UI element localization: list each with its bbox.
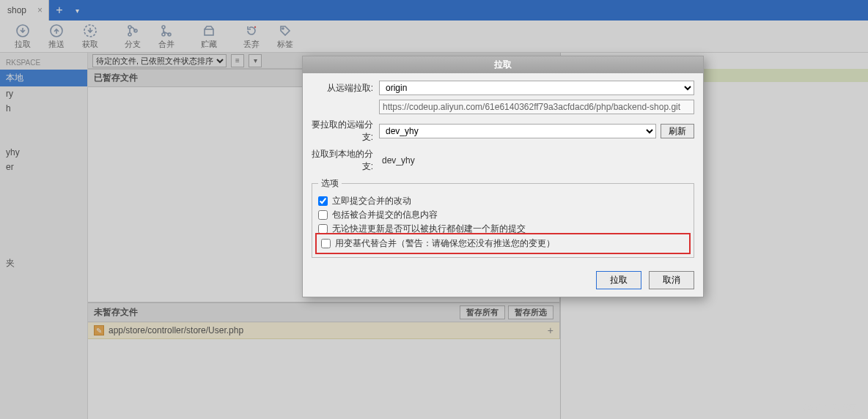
local-branch-value: dev_yhy [379,155,415,166]
opt4-checkbox[interactable] [321,239,331,248]
local-branch-label: 拉取到本地的分支: [312,148,379,173]
opt-rebase[interactable]: 用变基代替合并（警告：请确保您还没有推送您的变更） [318,236,688,251]
opt-include-messages[interactable]: 包括被合并提交的信息内容 [318,208,688,222]
remote-label: 从远端拉取: [312,82,379,94]
pull-confirm-button[interactable]: 拉取 [596,271,641,289]
remote-branch-select[interactable]: dev_yhy [379,124,656,138]
options-group: 选项 立即提交合并的改动 包括被合并提交的信息内容 无论快进更新是否可以被执行都… [312,177,694,258]
remote-branch-label: 要拉取的远端分支: [312,119,379,144]
cancel-button[interactable]: 取消 [649,271,694,289]
remote-select[interactable]: origin [379,81,694,95]
opt2-label: 包括被合并提交的信息内容 [332,209,438,221]
opt3-label: 无论快进更新是否可以被执行都创建一个新的提交 [332,223,526,235]
opt-no-ff[interactable]: 无论快进更新是否可以被执行都创建一个新的提交 [318,222,688,236]
opt1-label: 立即提交合并的改动 [332,195,411,207]
refresh-button[interactable]: 刷新 [661,124,694,138]
opt4-label: 用变基代替合并（警告：请确保您还没有推送您的变更） [335,237,555,250]
options-legend: 选项 [318,177,342,190]
opt-commit-merge[interactable]: 立即提交合并的改动 [318,194,688,208]
opt1-checkbox[interactable] [318,196,328,206]
opt2-checkbox[interactable] [318,210,328,220]
dialog-title: 拉取 [303,56,703,73]
watermark: @51CTO博客 [803,402,858,415]
pull-dialog: 拉取 从远端拉取: origin 要拉取的远端分支: dev_yhy 刷新 拉取… [302,56,704,297]
remote-url-field [379,100,694,114]
opt3-checkbox[interactable] [318,224,328,234]
